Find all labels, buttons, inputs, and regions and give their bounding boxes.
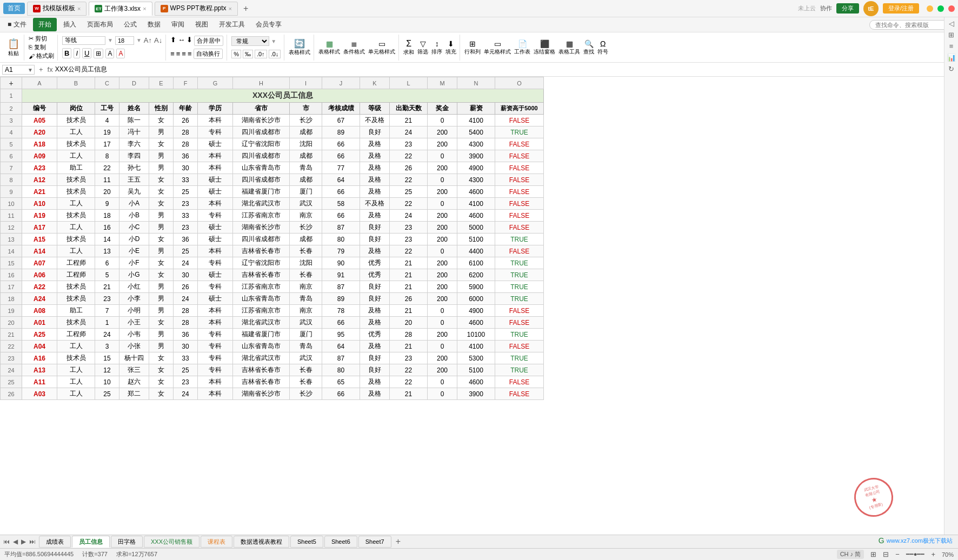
sheet-tab-sheet5[interactable]: Sheet5 xyxy=(290,536,323,548)
ribbon-tab-file[interactable]: ■ 文件 xyxy=(2,18,32,31)
type-convert-button[interactable]: 🔄 表格样式 xyxy=(289,38,310,56)
freeze-button[interactable]: ⬛ 冻结窗格 xyxy=(534,39,555,56)
sidebar-icon-3[interactable]: ≡ xyxy=(949,42,954,50)
copy-button[interactable]: ⎘ 复制 xyxy=(29,43,54,51)
ribbon-tab-start[interactable]: 开始 xyxy=(33,18,57,31)
ribbon-tab-insert[interactable]: 插入 xyxy=(58,18,82,31)
ribbon-tab-dev[interactable]: 开发工具 xyxy=(214,18,250,31)
font-color-button[interactable]: A xyxy=(116,49,125,58)
sheet-tab-chengjibiao[interactable]: 成绩表 xyxy=(39,536,71,548)
sheet-tab-tianzige[interactable]: 田字格 xyxy=(111,536,143,548)
close-button[interactable] xyxy=(948,5,955,12)
highlight-button[interactable]: A xyxy=(105,49,114,58)
paste-button[interactable]: 📋 粘贴 xyxy=(8,38,19,57)
align-top-button[interactable]: ⬆ xyxy=(170,36,176,46)
tab-et-close[interactable]: × xyxy=(143,5,146,12)
tab-ppt[interactable]: P WPS PPT教程.pptx × xyxy=(155,2,238,16)
decimal-inc-button[interactable]: .0↑ xyxy=(255,50,267,58)
col-header-H[interactable]: H xyxy=(233,77,290,89)
cell-ref-dropdown[interactable]: ▼ xyxy=(28,66,33,72)
col-header-M[interactable]: M xyxy=(428,77,457,89)
formula-check-icon[interactable]: fx xyxy=(48,65,53,74)
thousands-button[interactable]: ‰ xyxy=(243,50,253,58)
zoom-slider[interactable]: ━━●━━ xyxy=(906,551,925,558)
col-header-B[interactable]: B xyxy=(57,77,95,89)
number-format-select[interactable]: 常规 xyxy=(231,36,269,46)
tab-et[interactable]: ET 工作薄3.xlsx × xyxy=(89,2,152,16)
align-middle-button[interactable]: ↔ xyxy=(178,36,185,46)
share-button[interactable]: 分享 xyxy=(836,3,859,14)
add-sheet-button[interactable]: + xyxy=(392,537,404,546)
table-style-button[interactable]: ▦ 表格样式 xyxy=(318,39,340,56)
col-header-A[interactable]: A xyxy=(22,77,57,89)
col-header-G[interactable]: G xyxy=(198,77,233,89)
tab-wps-close[interactable]: × xyxy=(77,5,81,12)
border-button[interactable]: ⊞ xyxy=(94,49,103,58)
col-header-C[interactable]: C xyxy=(95,77,119,89)
sheet-nav-prev[interactable]: ◀ xyxy=(12,538,19,545)
italic-button[interactable]: I xyxy=(74,48,80,58)
align-bottom-button[interactable]: ⬇ xyxy=(187,36,192,46)
sheet-nav-next[interactable]: ▶ xyxy=(20,538,27,545)
ribbon-tab-formula[interactable]: 公式 xyxy=(118,18,142,31)
ribbon-tab-data[interactable]: 数据 xyxy=(142,18,166,31)
col-header-N[interactable]: N xyxy=(457,77,495,89)
tab-wps[interactable]: W 找模版模板 × xyxy=(27,2,87,16)
find-button[interactable]: 🔍 查找 xyxy=(583,39,594,56)
worksheet-button[interactable]: 📄 工作表 xyxy=(514,39,530,56)
align-left-button[interactable]: ≡ xyxy=(170,50,175,58)
ribbon-search[interactable] xyxy=(869,20,956,30)
table-tools-button[interactable]: ▦ 表格工具 xyxy=(558,39,580,56)
format-painter-button[interactable]: 🖌 格式刷 xyxy=(29,52,54,60)
justify-button[interactable]: ≡ xyxy=(188,50,192,58)
col-header-O[interactable]: O xyxy=(495,77,544,89)
decimal-dec-button[interactable]: .0↓ xyxy=(269,50,281,58)
bold-button[interactable]: B xyxy=(62,48,71,58)
col-header-L[interactable]: L xyxy=(390,77,428,89)
ribbon-tab-pagelayout[interactable]: 页面布局 xyxy=(82,18,118,31)
fill-button[interactable]: ⬇ 填充 xyxy=(445,39,456,56)
collab-button[interactable]: 协作 xyxy=(820,4,832,12)
auto-wrap-button[interactable]: 自动换行 xyxy=(194,49,223,59)
title-cell[interactable]: XXX公司员工信息 xyxy=(22,89,544,103)
row-col-button[interactable]: ⊞ 行和列 xyxy=(464,39,481,56)
symbol-button[interactable]: Ω 符号 xyxy=(597,39,608,56)
filter-button[interactable]: ▽ 筛选 xyxy=(417,39,428,56)
ribbon-tab-member[interactable]: 会员专享 xyxy=(250,18,287,31)
sheet-tab-yuangongxinxi[interactable]: 员工信息 xyxy=(72,536,110,548)
font-increase-button[interactable]: A↑ xyxy=(144,36,152,44)
add-tab-button[interactable]: + xyxy=(240,4,251,14)
sheet-tab-xxxsales[interactable]: XXX公司销售额 xyxy=(144,536,199,548)
sidebar-icon-5[interactable]: ↻ xyxy=(948,65,954,73)
sidebar-icon-1[interactable]: ◁ xyxy=(949,19,954,28)
tab-ppt-close[interactable]: × xyxy=(229,5,232,12)
sheet-nav-last[interactable]: ⏭ xyxy=(28,538,37,545)
maximize-button[interactable] xyxy=(937,5,944,12)
login-button[interactable]: 登录/注册 xyxy=(883,3,919,14)
layout-icon-normal[interactable]: ⊞ xyxy=(870,550,876,558)
sidebar-icon-2[interactable]: ⊞ xyxy=(948,31,954,39)
select-all-icon[interactable]: + xyxy=(9,79,13,88)
sheet-nav-first[interactable]: ⏮ xyxy=(2,538,11,545)
avatar[interactable]: tE xyxy=(863,1,879,16)
sort-button[interactable]: ↕ 排序 xyxy=(431,39,442,56)
col-header-J[interactable]: J xyxy=(322,77,360,89)
col-header-K[interactable]: K xyxy=(360,77,390,89)
col-header-I[interactable]: I xyxy=(290,77,322,89)
sheet-tab-sheet6[interactable]: Sheet6 xyxy=(324,536,357,548)
underline-button[interactable]: U xyxy=(82,48,91,58)
align-right-button[interactable]: ≡ xyxy=(182,50,186,58)
ribbon-tab-view[interactable]: 视图 xyxy=(190,18,214,31)
sheet-tab-kechengbiao[interactable]: 课程表 xyxy=(201,536,232,548)
ch-indicator[interactable]: CH ♪ 简 xyxy=(837,550,864,559)
layout-icon-page[interactable]: ⊟ xyxy=(883,550,889,558)
sheet-tab-shujutoushipiao[interactable]: 数据透视表教程 xyxy=(234,536,289,548)
sidebar-icon-4[interactable]: 📊 xyxy=(947,54,956,62)
ribbon-tab-review[interactable]: 审阅 xyxy=(166,18,190,31)
minimize-button[interactable] xyxy=(927,5,933,12)
sheet-tab-sheet7[interactable]: Sheet7 xyxy=(358,536,391,548)
cond-format-button[interactable]: ≣ 条件格式 xyxy=(343,39,365,56)
percent-button[interactable]: % xyxy=(231,50,241,58)
col-header-D[interactable]: D xyxy=(119,77,149,89)
zoom-out-button[interactable]: − xyxy=(895,550,900,558)
